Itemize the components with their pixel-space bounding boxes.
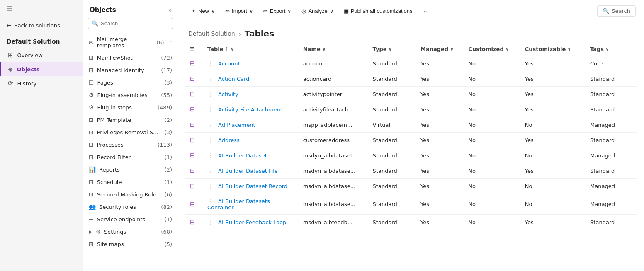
list-item[interactable]: 👥 Security roles (82) (83, 201, 178, 213)
table-name-link[interactable]: AI Builder Dataset (218, 152, 267, 159)
row-tags-cell: Core (585, 56, 637, 71)
toolbar-search[interactable]: 🔍 Search (597, 5, 636, 17)
list-item[interactable]: ⊡ Processes (113) (83, 138, 178, 151)
row-table-cell[interactable]: ⋮ Activity File Attachment (202, 102, 298, 117)
list-item[interactable]: 📊 Reports (2) (83, 163, 178, 176)
table-name-link[interactable]: Activity File Attachment (218, 106, 282, 113)
analyze-chevron-icon: ∨ (330, 8, 334, 14)
row-more-btn[interactable]: ⋮ (207, 60, 213, 67)
collapse-panel-button[interactable]: ‹ (168, 6, 171, 14)
column-header-table[interactable]: Table ↑ ∨ (202, 43, 298, 56)
table-name-link[interactable]: AI Builder Feedback Loop (218, 219, 286, 225)
expand-icon[interactable]: ▶ (89, 229, 92, 235)
row-more-btn[interactable]: ⋮ (207, 167, 213, 174)
row-more-btn[interactable]: ⋮ (207, 219, 213, 225)
export-button[interactable]: ⇨ Export ∨ (259, 6, 296, 16)
new-button[interactable]: ＋ New ∨ (187, 5, 219, 17)
analyze-button[interactable]: ◎ Analyze ∨ (297, 6, 338, 16)
import-button[interactable]: ⇦ Import ∨ (221, 6, 258, 16)
list-item[interactable]: ⚙ Plug-in assemblies (55) (83, 89, 178, 101)
object-item-label: Site maps (97, 241, 161, 247)
column-header-checkbox[interactable]: ☰ (185, 43, 202, 56)
sidebar-item-overview[interactable]: ⊞ Overview (0, 48, 83, 62)
objects-search-box[interactable]: 🔍 (88, 18, 173, 29)
row-more-btn[interactable]: ⋮ (207, 198, 213, 204)
row-name-cell: msdyn_aibdatase... (298, 163, 368, 179)
row-table-cell[interactable]: ⋮ Activity (202, 87, 298, 102)
row-more-btn[interactable]: ⋮ (207, 121, 213, 128)
object-item-count: (2) (165, 167, 172, 173)
column-header-tags[interactable]: Tags ∨ (585, 43, 637, 56)
row-table-cell[interactable]: ⋮ Account (202, 56, 298, 71)
column-header-name[interactable]: Name ∨ (298, 43, 368, 56)
row-managed-cell: Yes (416, 87, 463, 102)
object-item-label: PM Template (97, 117, 161, 123)
sort-chevron-icon: ∨ (231, 46, 234, 52)
row-table-cell[interactable]: ⋮ AI Builder Dataset Record (202, 179, 298, 194)
more-options-button[interactable]: ··· (418, 6, 431, 16)
nav-header[interactable]: ☰ (0, 0, 83, 18)
row-more-btn[interactable]: ⋮ (207, 106, 213, 113)
table-name-link[interactable]: AI Builder Dataset Record (218, 183, 287, 189)
publish-button[interactable]: ▣ Publish all customizations (340, 6, 417, 16)
column-header-customizable[interactable]: Customizable ∨ (520, 43, 585, 56)
list-item[interactable]: ⊞ Site maps (5) (83, 238, 178, 250)
row-table-cell[interactable]: ⋮ Ad Placement (202, 117, 298, 133)
table-name-link[interactable]: Address (218, 137, 240, 143)
object-item-count: (1) (165, 179, 172, 185)
list-item[interactable]: ⚙ Plug-in steps (489) (83, 101, 178, 114)
objects-search-input[interactable] (101, 20, 169, 27)
row-table-cell[interactable]: ⋮ AI Builder Datasets Container (202, 194, 298, 215)
plugin-assemblies-icon: ⚙ (89, 92, 94, 98)
list-item[interactable]: ⊡ Managed Identity (17) (83, 64, 178, 76)
list-item[interactable]: ⊡ Privileges Removal S... (3) (83, 126, 178, 138)
hamburger-icon[interactable]: ☰ (7, 5, 12, 13)
list-item[interactable]: ▶ ⚙ Settings (68) (83, 225, 178, 238)
more-options-icon[interactable]: ··· (168, 39, 172, 45)
list-item[interactable]: ← Service endpoints (1) (83, 213, 178, 225)
list-item[interactable]: ⊡ Schedule (1) (83, 176, 178, 188)
export-chevron-icon: ∨ (287, 8, 292, 14)
back-to-solutions-button[interactable]: ← Back to solutions (0, 18, 83, 33)
row-more-btn[interactable]: ⋮ (207, 137, 213, 143)
secured-masking-icon: ⊡ (89, 191, 94, 198)
row-icon-cell: ⊟ (185, 117, 202, 133)
column-header-managed[interactable]: Managed ∨ (416, 43, 463, 56)
list-item[interactable]: ⊡ PM Template (2) (83, 114, 178, 126)
row-more-btn[interactable]: ⋮ (207, 183, 213, 189)
sidebar-item-objects[interactable]: ◈ Objects (0, 62, 83, 76)
column-header-customized[interactable]: Customized ∨ (463, 43, 520, 56)
row-more-btn[interactable]: ⋮ (207, 152, 213, 159)
history-icon: ⟳ (8, 80, 13, 87)
table-row-icon: ⊟ (190, 182, 195, 190)
table-name-link[interactable]: Account (218, 60, 240, 67)
list-item[interactable]: ⊡ Record Filter (1) (83, 151, 178, 163)
list-item[interactable]: ✉ Mail merge templates (6) ··· (83, 33, 178, 51)
list-item[interactable]: ⊡ Secured Masking Rule (6) (83, 188, 178, 201)
row-icon-cell: ⊟ (185, 194, 202, 215)
sidebar-item-history[interactable]: ⟳ History (0, 76, 83, 90)
object-item-label: Reports (99, 167, 161, 173)
security-roles-icon: 👥 (89, 203, 96, 210)
breadcrumb-parent[interactable]: Default Solution (188, 30, 235, 37)
row-table-cell[interactable]: ⋮ AI Builder Dataset (202, 148, 298, 163)
row-more-btn[interactable]: ⋮ (207, 91, 213, 97)
export-label: Export (270, 8, 286, 14)
table-name-link[interactable]: Action Card (218, 76, 249, 82)
table-name-link[interactable]: AI Builder Datasets Container (207, 198, 270, 211)
tables-table: ☰ Table ↑ ∨ Name ∨ (185, 43, 637, 230)
table-row-icon: ⊟ (190, 152, 195, 159)
row-table-cell[interactable]: ⋮ Address (202, 133, 298, 148)
column-header-type[interactable]: Type ∨ (368, 43, 416, 56)
table-row: ⊟ ⋮ AI Builder Datasets Container msdyn_… (185, 194, 637, 215)
table-name-link[interactable]: Ad Placement (218, 122, 255, 128)
table-row: ⊟ ⋮ Activity File Attachment activityfil… (185, 102, 637, 117)
row-table-cell[interactable]: ⋮ AI Builder Dataset File (202, 163, 298, 179)
row-table-cell[interactable]: ⋮ AI Builder Feedback Loop (202, 215, 298, 230)
row-more-btn[interactable]: ⋮ (207, 75, 213, 82)
row-table-cell[interactable]: ⋮ Action Card (202, 71, 298, 87)
table-name-link[interactable]: AI Builder Dataset File (218, 168, 278, 174)
list-item[interactable]: ☐ Pages (3) (83, 76, 178, 89)
table-name-link[interactable]: Activity (218, 91, 238, 97)
list-item[interactable]: ⊞ MainFewShot (72) (83, 51, 178, 64)
